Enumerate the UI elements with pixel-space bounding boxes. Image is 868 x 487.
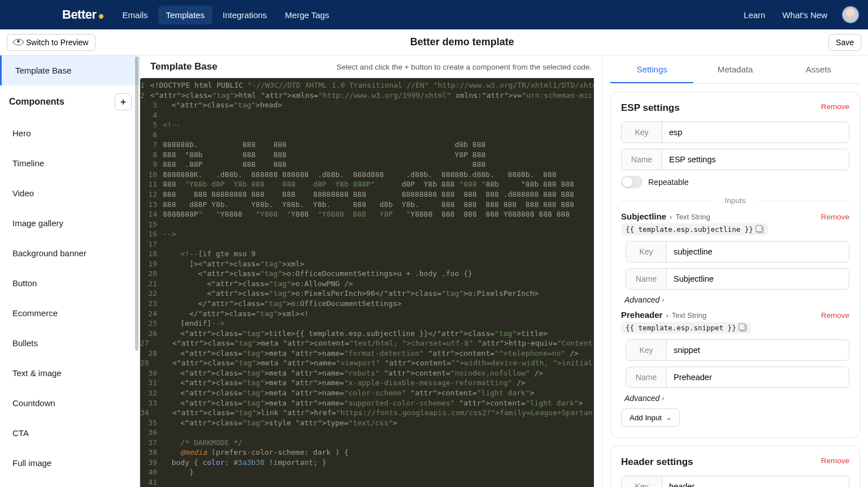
chevron-right-icon: › (666, 311, 668, 320)
code-line[interactable]: 1<!DOCTYPE html PUBLIC "-//W3C//DTD XHTM… (140, 80, 594, 90)
panel-tab-settings[interactable]: Settings (610, 55, 693, 83)
binding-pill[interactable]: {{ template.esp.snippet }} (621, 322, 751, 334)
sidebar-active-tab[interactable]: Template Base (0, 55, 140, 85)
code-line[interactable]: 2<"attr">class="tag">html "attr">xmlns="… (140, 90, 594, 101)
component-text-image[interactable]: Text & image (0, 358, 140, 388)
code-line[interactable]: 23 </"attr">class="tag">o:OfficeDocument… (140, 299, 594, 309)
code-line[interactable]: 13888 d88P Y8b. Y88b. Y88b. Y8b. 888 d8b… (140, 200, 594, 210)
code-line[interactable]: 26 <"attr">class="tag">title>{{ template… (140, 329, 594, 339)
code-line[interactable]: 39 body { color: #3a3b38 !important; } (140, 458, 594, 468)
code-line[interactable]: 7888888b. 888 888 d8b 888 (140, 140, 594, 150)
gutter: 16 (140, 229, 163, 239)
code-line[interactable]: 22 <"attr">class="tag">o:PixelsPerInch>9… (140, 288, 594, 299)
code-line[interactable]: 18 <!--[if gte mso 9 (140, 249, 594, 259)
component-timeline[interactable]: Timeline (0, 148, 140, 178)
code-line[interactable]: 24 </"attr">class="tag">xml><! (140, 309, 594, 319)
input-name-input[interactable] (667, 269, 849, 289)
code-text: 8888888K. .d88b. 888888 888888 .d88b. 88… (163, 170, 594, 180)
code-line[interactable]: 29 <"attr">class="tag">meta "attr">name=… (140, 358, 594, 368)
code-line[interactable]: 16--> (140, 229, 594, 239)
nav-link-merge-tags[interactable]: Merge Tags (277, 6, 337, 24)
binding-pill[interactable]: {{ template.esp.subjectline }} (621, 223, 768, 235)
component-image-gallery[interactable]: Image gallery (0, 208, 140, 238)
code-line[interactable]: 19 ]><"attr">class="tag">xml> (140, 259, 594, 269)
remove-input[interactable]: Remove (821, 213, 849, 221)
component-cta[interactable]: CTA (0, 418, 140, 448)
input-key-input[interactable] (667, 340, 849, 360)
code-line[interactable]: 8888 "88b 888 888 Y8P 888 (140, 150, 594, 160)
component-bullets[interactable]: Bullets (0, 328, 140, 358)
group-key-input[interactable] (662, 476, 849, 487)
switch-to-preview-button[interactable]: Switch to Preview (7, 34, 96, 51)
code-line[interactable]: 17 (140, 239, 594, 249)
code-line[interactable]: 37 /* DARKMODE */ (140, 438, 594, 448)
code-line[interactable]: 38 @media (prefers-color-scheme: dark ) … (140, 447, 594, 458)
gutter: 30 (140, 368, 163, 378)
panel-tab-assets[interactable]: Assets (777, 55, 860, 83)
gutter: 12 (140, 189, 163, 200)
advanced-toggle[interactable]: Advanced› (624, 394, 849, 403)
nav-link-emails[interactable]: Emails (115, 6, 156, 24)
component-background-banner[interactable]: Background banner (0, 238, 140, 268)
scrollbar-thumb[interactable] (135, 57, 138, 351)
remove-input[interactable]: Remove (821, 311, 849, 320)
nav-whats-new[interactable]: What's New (780, 7, 830, 23)
component-hero[interactable]: Hero (0, 118, 140, 148)
code-line[interactable]: 30 <"attr">class="tag">meta "attr">name=… (140, 368, 594, 378)
code-line[interactable]: 31 <"attr">class="tag">meta "attr">name=… (140, 378, 594, 388)
nav-link-templates[interactable]: Templates (158, 6, 212, 24)
nav-learn[interactable]: Learn (741, 7, 767, 23)
code-line[interactable]: 11888 "Y88b d8P Y8b 888 888 d8P Y8b 888P… (140, 179, 594, 189)
code-text: 888 "88b 888 888 Y8P 888 (163, 150, 594, 160)
copy-icon[interactable] (740, 325, 747, 331)
repeatable-toggle[interactable] (621, 176, 643, 188)
code-line[interactable]: 28 <"attr">class="tag">meta "attr">name=… (140, 348, 594, 359)
sidebar-scrollbar[interactable] (134, 55, 140, 487)
code-line[interactable]: 27 <"attr">class="tag">meta "attr">conte… (140, 338, 594, 348)
code-line[interactable]: 5<!-- (140, 120, 594, 130)
nav-link-integrations[interactable]: Integrations (215, 6, 275, 24)
input-name-input[interactable] (667, 367, 849, 387)
copy-icon[interactable] (757, 226, 763, 233)
remove-group[interactable]: Remove (821, 456, 849, 468)
code-line[interactable]: 12888 888 88888888 888 888 88888888 888 … (140, 189, 594, 200)
code-line[interactable]: 4 (140, 110, 594, 120)
add-input-button[interactable]: Add Input⌄ (621, 408, 680, 427)
brand-logo[interactable]: Better (62, 7, 103, 22)
avatar[interactable] (842, 6, 859, 23)
code-line[interactable]: 3 <"attr">class="tag">head> (140, 100, 594, 110)
component-video[interactable]: Video (0, 178, 140, 208)
input-key-input[interactable] (667, 242, 849, 262)
group-key-input[interactable] (662, 122, 849, 143)
code-editor[interactable]: 1<!DOCTYPE html PUBLIC "-//W3C//DTD XHTM… (140, 78, 594, 487)
component-ecommerce[interactable]: Ecommerce (0, 298, 140, 328)
group-name-input[interactable] (662, 149, 849, 170)
code-line[interactable]: 15 (140, 219, 594, 230)
code-line[interactable]: 9888 .88P 888 888 888 (140, 160, 594, 170)
code-line[interactable]: 32 <"attr">class="tag">meta "attr">name=… (140, 388, 594, 398)
code-line[interactable]: 6 (140, 130, 594, 140)
code-line[interactable]: 41 (140, 477, 594, 487)
code-line[interactable]: 108888888K. .d88b. 888888 888888 .d88b. … (140, 170, 594, 180)
code-line[interactable]: 25 [endif]--> (140, 318, 594, 329)
remove-group[interactable]: Remove (821, 102, 849, 114)
component-full-image[interactable]: Full image (0, 448, 140, 478)
code-line[interactable]: 21 <"attr">class="tag">o:AllowPNG /> (140, 279, 594, 289)
code-line[interactable]: 36 (140, 428, 594, 438)
panel-tab-metadata[interactable]: Metadata (693, 55, 776, 83)
code-line[interactable]: 35 <"attr">class="tag">style "attr">type… (140, 418, 594, 428)
code-line[interactable]: 20 <"attr">class="tag">o:OfficeDocumentS… (140, 269, 594, 279)
component-button[interactable]: Button (0, 268, 140, 298)
code-line[interactable]: 34 <"attr">class="tag">link "attr">href=… (140, 408, 594, 418)
advanced-toggle[interactable]: Advanced› (624, 295, 849, 304)
code-text: <"attr">class="tag">meta "attr">name="vi… (155, 358, 594, 368)
main: Template Base Components ＋ HeroTimelineV… (0, 55, 868, 487)
add-component-button[interactable]: ＋ (115, 93, 132, 110)
code-line[interactable]: 40 } (140, 467, 594, 477)
binding-text: {{ template.esp.snippet }} (626, 324, 736, 332)
save-button[interactable]: Save (828, 34, 861, 51)
code-line[interactable]: 148888888P" "Y8888 "Y888 "Y888 "Y8888 88… (140, 209, 594, 219)
component-countdown[interactable]: Countdown (0, 388, 140, 418)
code-line[interactable]: 33 <"attr">class="tag">meta "attr">name=… (140, 398, 594, 408)
plus-icon: ＋ (119, 96, 128, 108)
